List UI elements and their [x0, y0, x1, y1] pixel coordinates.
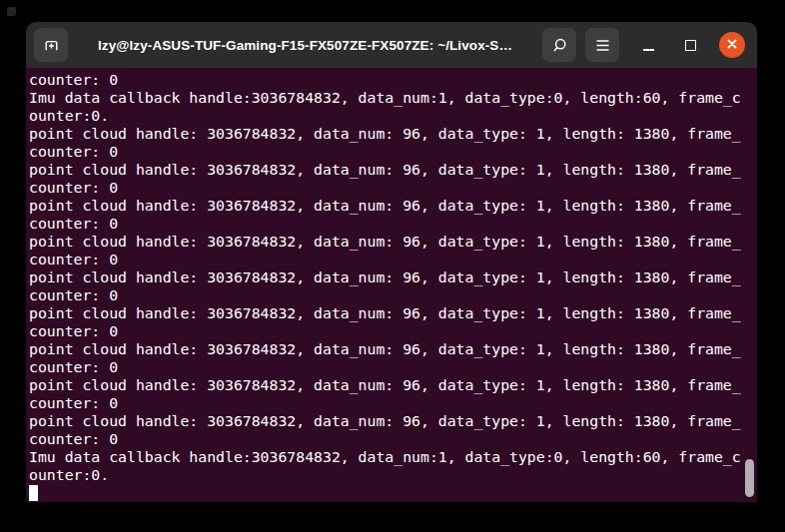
close-button[interactable]	[719, 32, 745, 58]
terminal-line: counter: 0	[29, 143, 757, 161]
terminal-line: point cloud handle: 3036784832, data_num…	[29, 268, 757, 286]
screen-corner-artifact	[7, 7, 16, 16]
terminal-line: point cloud handle: 3036784832, data_num…	[29, 197, 757, 215]
minimize-button[interactable]	[635, 32, 661, 58]
search-button[interactable]	[542, 28, 576, 62]
terminal-line: point cloud handle: 3036784832, data_num…	[29, 161, 757, 179]
terminal-line: counter: 0	[29, 430, 757, 448]
search-icon	[551, 37, 568, 54]
terminal-line: counter: 0	[29, 251, 757, 268]
terminal-prompt-line	[29, 484, 757, 502]
terminal-line: counter: 0	[29, 286, 757, 304]
terminal-line: point cloud handle: 3036784832, data_num…	[29, 125, 757, 143]
terminal-line: ounter:0.	[29, 466, 757, 484]
maximize-button[interactable]	[677, 32, 703, 58]
terminal-lines: counter: 0Imu data callback handle:30367…	[29, 71, 757, 484]
new-tab-icon	[43, 37, 60, 54]
terminal-line: ounter:0.	[29, 107, 757, 125]
menu-icon	[595, 39, 610, 52]
desktop-background: lzy@lzy-ASUS-TUF-Gaming-F15-FX507ZE-FX50…	[0, 0, 785, 532]
terminal-line: counter: 0	[29, 394, 757, 412]
titlebar[interactable]: lzy@lzy-ASUS-TUF-Gaming-F15-FX507ZE-FX50…	[26, 22, 757, 68]
terminal-output[interactable]: counter: 0Imu data callback handle:30367…	[26, 68, 757, 502]
terminal-cursor	[29, 485, 38, 501]
terminal-line: counter: 0	[29, 215, 757, 233]
terminal-line: counter: 0	[29, 322, 757, 340]
terminal-line: counter: 0	[29, 71, 757, 89]
terminal-line: point cloud handle: 3036784832, data_num…	[29, 376, 757, 394]
minimize-icon	[643, 49, 654, 51]
headerbar-actions	[542, 28, 619, 62]
terminal-line: point cloud handle: 3036784832, data_num…	[29, 304, 757, 322]
terminal-line: point cloud handle: 3036784832, data_num…	[29, 412, 757, 430]
terminal-line: counter: 0	[29, 179, 757, 197]
terminal-line: point cloud handle: 3036784832, data_num…	[29, 233, 757, 251]
close-icon	[726, 38, 738, 53]
terminal-line: counter: 0	[29, 358, 757, 376]
terminal-line: point cloud handle: 3036784832, data_num…	[29, 340, 757, 358]
new-tab-button[interactable]	[34, 28, 68, 62]
scrollbar-thumb[interactable]	[745, 459, 754, 497]
terminal-line: Imu data callback handle:3036784832, dat…	[29, 89, 757, 107]
menu-button[interactable]	[585, 28, 619, 62]
terminal-window: lzy@lzy-ASUS-TUF-Gaming-F15-FX507ZE-FX50…	[26, 22, 757, 502]
terminal-line: Imu data callback handle:3036784832, dat…	[29, 448, 757, 466]
window-title: lzy@lzy-ASUS-TUF-Gaming-F15-FX507ZE-FX50…	[68, 38, 542, 53]
maximize-icon	[685, 40, 696, 51]
